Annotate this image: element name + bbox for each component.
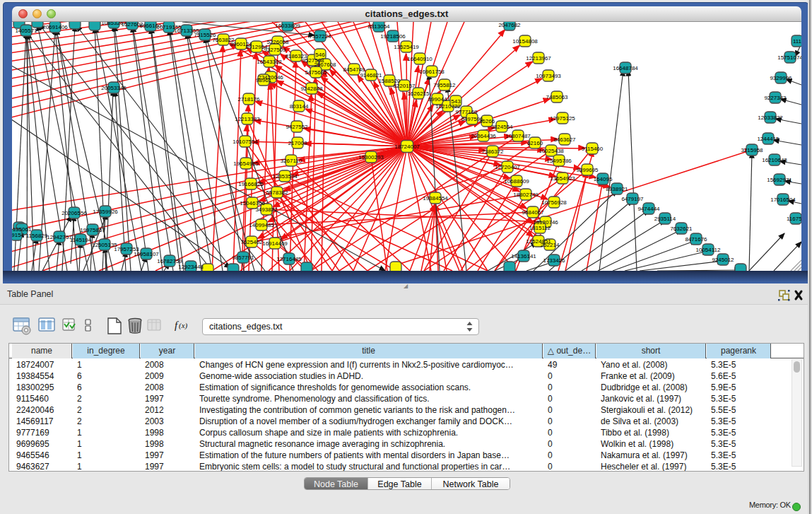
svg-text:7357224: 7357224	[309, 33, 331, 40]
svg-text:3267110: 3267110	[281, 158, 302, 164]
svg-text:20364436: 20364436	[471, 133, 496, 139]
svg-text:10025438: 10025438	[539, 148, 564, 154]
svg-text:98961: 98961	[256, 77, 272, 83]
svg-text:16914469: 16914469	[262, 240, 288, 247]
svg-text:1145194: 1145194	[70, 237, 92, 243]
svg-text:2718176: 2718176	[237, 96, 260, 103]
svg-text:9245012: 9245012	[712, 257, 734, 263]
svg-text:5475685: 5475685	[305, 69, 327, 76]
svg-text:19384554: 19384554	[423, 195, 448, 201]
svg-text:803144: 803144	[290, 103, 309, 110]
svg-text:12923448: 12923448	[178, 264, 204, 270]
svg-text:8938921: 8938921	[606, 186, 628, 192]
svg-text:9474444: 9474444	[637, 206, 660, 212]
svg-text:15692971: 15692971	[767, 177, 792, 183]
svg-text:12942757: 12942757	[47, 234, 72, 240]
svg-text:164095: 164095	[594, 176, 613, 182]
svg-text:1733426: 1733426	[543, 257, 565, 264]
svg-text:8471676: 8471676	[685, 236, 707, 243]
svg-text:9899695: 9899695	[576, 167, 599, 173]
svg-text:16543362: 16543362	[257, 59, 282, 65]
svg-text:14136141: 14136141	[511, 253, 536, 259]
svg-text:9857791: 9857791	[232, 255, 254, 261]
svg-text:543: 543	[451, 98, 461, 105]
svg-text:10054112: 10054112	[696, 247, 722, 253]
svg-text:7386372: 7386372	[481, 148, 504, 155]
svg-text:9777169: 9777169	[455, 109, 478, 115]
svg-text:13716485: 13716485	[276, 256, 302, 262]
svg-text:17359926: 17359926	[93, 209, 118, 215]
svg-text:10958107: 10958107	[134, 251, 159, 257]
svg-text:18802749: 18802749	[513, 192, 539, 198]
svg-text:15046766: 15046766	[240, 200, 265, 206]
svg-text:13525419: 13525419	[394, 44, 419, 50]
svg-text:252214: 252214	[541, 242, 560, 248]
svg-text:13654923: 13654923	[550, 175, 575, 182]
svg-text:10107554: 10107554	[233, 139, 258, 145]
svg-text:18724007: 18724007	[394, 144, 420, 150]
svg-text:16961758: 16961758	[419, 69, 445, 75]
svg-text:3824554: 3824554	[490, 124, 513, 130]
svg-text:12975125: 12975125	[550, 115, 575, 122]
svg-text:2047682: 2047682	[498, 22, 521, 28]
svg-text:7625402: 7625402	[240, 239, 263, 245]
svg-text:1244415: 1244415	[757, 136, 779, 142]
svg-text:12353594: 12353594	[272, 173, 298, 180]
svg-text:19654985: 19654985	[233, 160, 259, 167]
svg-text:9115460: 9115460	[582, 146, 604, 152]
svg-text:17016504: 17016504	[770, 197, 796, 203]
svg-text:16210643: 16210643	[762, 157, 787, 163]
svg-text:111: 111	[793, 38, 801, 45]
svg-text:19166825: 19166825	[238, 181, 264, 187]
svg-text:62160: 62160	[527, 140, 543, 146]
svg-text:14099485: 14099485	[249, 222, 274, 228]
svg-text:10154808: 10154808	[512, 38, 538, 45]
svg-text:116753: 116753	[787, 216, 801, 222]
svg-text:9242848: 9242848	[300, 86, 323, 92]
svg-text:5578382: 5578382	[266, 189, 288, 196]
svg-text:9427552: 9427552	[286, 124, 308, 130]
svg-text:2935114: 2935114	[654, 216, 676, 222]
svg-text:7955812: 7955812	[433, 82, 456, 88]
svg-text:9329996: 9329996	[770, 75, 792, 81]
svg-text:7485063: 7485063	[546, 94, 568, 100]
svg-text:1405571: 1405571	[15, 28, 37, 34]
svg-text:12213967: 12213967	[526, 55, 551, 62]
svg-text:9227343: 9227343	[764, 95, 787, 101]
svg-text:3215958: 3215958	[741, 147, 763, 153]
svg-text:1815112: 1815112	[529, 225, 551, 231]
svg-text:12033822: 12033822	[758, 115, 783, 121]
svg-text:15300293: 15300293	[358, 154, 384, 160]
svg-text:20691406: 20691406	[42, 24, 68, 30]
svg-text:1156829: 1156829	[26, 233, 48, 239]
svg-text:(x): (x)	[179, 321, 188, 330]
svg-text:8463627: 8463627	[553, 136, 576, 143]
svg-text:2967608: 2967608	[314, 62, 336, 68]
svg-text:8813054: 8813054	[367, 23, 390, 30]
svg-text:12213383: 12213383	[235, 116, 260, 122]
svg-text:12720407: 12720407	[495, 164, 520, 170]
svg-text:10688609: 10688609	[504, 178, 529, 185]
svg-text:15751074: 15751074	[777, 54, 801, 61]
svg-text:3493822: 3493822	[255, 206, 278, 213]
svg-text:8220157: 8220157	[393, 83, 416, 89]
svg-text:10973493: 10973493	[536, 73, 561, 79]
svg-text:899044: 899044	[428, 96, 447, 103]
svg-text:6479197: 6479197	[621, 196, 644, 202]
svg-text:217008: 217008	[288, 140, 307, 146]
svg-text:546: 546	[315, 52, 325, 58]
svg-text:20053346: 20053346	[101, 85, 126, 91]
svg-text:20206556: 20206556	[61, 210, 87, 216]
svg-text:9327509: 9327509	[264, 47, 286, 53]
svg-text:1626215: 1626215	[407, 90, 430, 97]
svg-text:39154: 39154	[12, 232, 25, 238]
svg-text:19218506: 19218506	[380, 33, 406, 40]
svg-text:10756928: 10756928	[541, 199, 567, 206]
svg-text:10807487: 10807487	[505, 133, 531, 139]
svg-text:5226058: 5226058	[266, 39, 289, 45]
svg-text:19975867: 19975867	[80, 227, 105, 233]
svg-text:9684067: 9684067	[522, 209, 544, 216]
svg-text:16648784: 16648784	[613, 65, 638, 71]
svg-text:15495786: 15495786	[546, 158, 572, 164]
svg-text:7632621: 7632621	[670, 226, 693, 232]
